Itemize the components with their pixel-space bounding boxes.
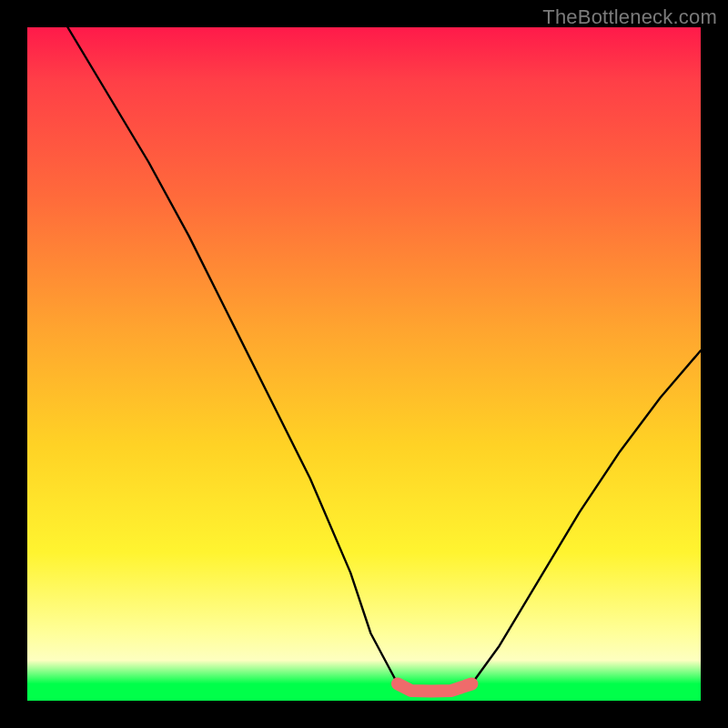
bottom-highlight [398, 684, 471, 692]
chart-svg [27, 27, 701, 701]
main-curve [67, 27, 701, 692]
watermark-text: TheBottleneck.com [542, 5, 717, 29]
chart-frame: TheBottleneck.com [0, 0, 728, 728]
plot-area [27, 27, 701, 701]
